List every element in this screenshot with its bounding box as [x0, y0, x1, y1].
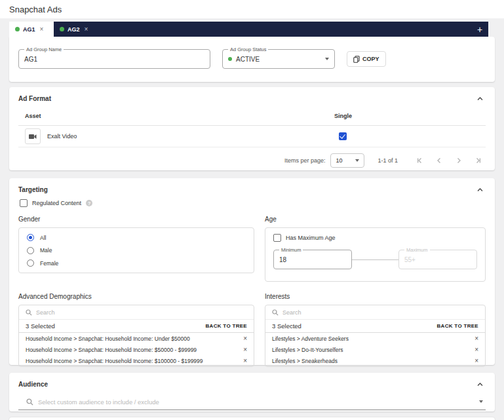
ad-group-name-field: Ad Group Name	[18, 49, 210, 69]
search-icon	[26, 309, 32, 316]
interests-picker: 3 Selected BACK TO TREE Lifestyles > Adv…	[265, 305, 486, 367]
status-dot-icon	[15, 27, 20, 31]
paginator: Items per page: 10 1-1 of 1	[18, 153, 486, 168]
single-checkbox[interactable]	[339, 132, 347, 140]
chevron-down-icon	[355, 159, 359, 162]
ad-format-table-header: Asset Single	[18, 106, 486, 126]
list-item: Household Income > Snapchat: Household I…	[19, 355, 254, 366]
maximum-age-input	[404, 256, 471, 263]
collapse-chevron-icon[interactable]	[477, 383, 483, 387]
gender-option-female[interactable]: Female	[27, 259, 246, 267]
radio-label: All	[40, 235, 46, 241]
selected-count: 3 Selected	[26, 322, 55, 330]
radio-icon	[27, 259, 34, 267]
last-page-icon[interactable]	[471, 156, 486, 165]
prev-page-icon[interactable]	[432, 156, 446, 165]
ad-group-header-card: Ad Group Name Ad Group Status ACTIVE COP…	[9, 37, 495, 82]
radio-label: Female	[40, 260, 58, 267]
tab-ag1[interactable]: AG1 ×	[9, 22, 54, 37]
has-maximum-age-checkbox[interactable]	[273, 234, 281, 242]
advanced-demographics-picker: 3 Selected BACK TO TREE Household Income…	[18, 305, 254, 367]
status-value: ACTIVE	[236, 56, 260, 63]
add-tab-button[interactable]: +	[471, 22, 488, 37]
item-label: Household Income > Snapchat: Household I…	[26, 335, 190, 342]
search-icon	[272, 309, 279, 316]
first-page-icon[interactable]	[412, 156, 427, 165]
minimum-age-label: Minimum	[279, 247, 303, 253]
table-row: Exalt Video	[18, 126, 486, 147]
close-icon[interactable]: ×	[85, 26, 88, 33]
help-icon[interactable]	[86, 200, 92, 206]
remove-icon[interactable]: ×	[243, 358, 247, 364]
selected-count: 3 Selected	[272, 322, 301, 330]
item-label: Lifestyles > Adventure Seekers	[272, 335, 349, 342]
gender-radio-group: All Male Female	[18, 227, 254, 273]
copy-button-label: COPY	[362, 56, 379, 62]
regulated-content-checkbox[interactable]	[20, 199, 28, 207]
minimum-age-field: Minimum	[273, 250, 352, 269]
copy-button[interactable]: COPY	[347, 51, 386, 67]
back-to-tree-link[interactable]: BACK TO TREE	[437, 323, 478, 329]
targeting-section: Targeting Regulated Content Gender All	[9, 178, 495, 365]
remove-icon[interactable]: ×	[243, 335, 247, 342]
back-to-tree-link[interactable]: BACK TO TREE	[206, 323, 247, 329]
status-dot-icon	[60, 27, 64, 31]
tab-label: AG2	[68, 26, 80, 33]
audience-section: Audience	[9, 373, 495, 411]
collapse-chevron-icon[interactable]	[477, 97, 483, 101]
age-range-connector	[352, 259, 398, 260]
active-status-dot-icon	[228, 57, 232, 61]
list-item: Household Income > Snapchat: Household I…	[19, 333, 254, 344]
regulated-content-label: Regulated Content	[32, 200, 81, 206]
maximum-age-field: Maximum	[398, 250, 477, 269]
item-label: Lifestyles > Sneakerheads	[272, 358, 338, 364]
next-section-card-edge	[9, 417, 495, 420]
interests-search-input[interactable]	[282, 309, 478, 316]
radio-label: Male	[40, 247, 52, 254]
gender-option-male[interactable]: Male	[27, 247, 246, 254]
age-label: Age	[265, 216, 486, 223]
advanced-demographics-label: Advanced Demographics	[18, 293, 254, 300]
maximum-age-label: Maximum	[404, 247, 430, 253]
ad-format-section: Ad Format Asset Single Exalt Video	[9, 87, 495, 170]
items-per-page-value: 10	[336, 157, 342, 164]
items-per-page-label: Items per page:	[284, 157, 326, 164]
minimum-age-input[interactable]	[279, 256, 346, 263]
close-icon[interactable]: ×	[40, 26, 44, 33]
next-page-icon[interactable]	[452, 156, 466, 165]
demographics-search-input[interactable]	[36, 309, 247, 316]
has-maximum-age-label: Has Maximum Age	[286, 235, 336, 241]
ad-format-title: Ad Format	[18, 95, 51, 102]
app-header: Snapchat Ads	[0, 0, 504, 18]
chevron-down-icon	[325, 58, 329, 60]
list-item: Lifestyles > Do-It-Yourselfers ×	[265, 344, 485, 355]
item-label: Lifestyles > Do-It-Yourselfers	[272, 347, 343, 353]
ad-group-name-input[interactable]	[24, 56, 204, 63]
list-item: Household Income > Snapchat: Household I…	[19, 344, 254, 355]
list-item: Lifestyles > Adventure Seekers ×	[265, 333, 485, 344]
snapchat-ads-page: Snapchat Ads AG1 × AG2 × + Ad Group Name	[0, 0, 504, 420]
radio-icon	[27, 247, 34, 254]
gender-option-all[interactable]: All	[27, 234, 246, 241]
page-range-label: 1-1 of 1	[378, 157, 398, 164]
gender-label: Gender	[18, 216, 254, 223]
audience-title: Audience	[18, 381, 48, 388]
audience-select[interactable]	[18, 394, 486, 410]
column-header-asset: Asset	[18, 113, 334, 119]
remove-icon[interactable]: ×	[243, 347, 247, 353]
ad-group-status-select[interactable]: Ad Group Status ACTIVE	[222, 49, 335, 69]
audience-select-input[interactable]	[38, 398, 475, 406]
remove-icon[interactable]: ×	[475, 347, 478, 353]
remove-icon[interactable]: ×	[475, 335, 478, 342]
remove-icon[interactable]: ×	[475, 358, 478, 364]
age-group: Has Maximum Age Minimum Maximum	[265, 227, 486, 282]
item-label: Household Income > Snapchat: Household I…	[26, 358, 203, 364]
tab-ag2[interactable]: AG2 ×	[54, 22, 98, 37]
collapse-chevron-icon[interactable]	[477, 188, 483, 192]
items-per-page-select[interactable]: 10	[330, 153, 364, 168]
asset-name: Exalt Video	[47, 133, 77, 140]
search-icon	[26, 398, 33, 406]
ad-group-tab-bar: AG1 × AG2 × +	[9, 22, 488, 37]
ad-group-name-label: Ad Group Name	[24, 47, 64, 52]
column-header-single: Single	[334, 113, 352, 119]
